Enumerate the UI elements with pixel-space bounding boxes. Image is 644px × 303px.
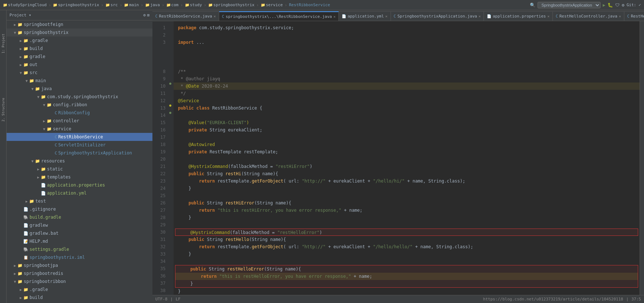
run-config-dropdown[interactable]: SpringboothystrixApplication (538, 2, 601, 8)
tab-label: RestHello (631, 14, 644, 19)
code-line-33: return restTemplate.getForObject( url: "… (174, 243, 640, 250)
breadcrumb-study[interactable]: 📁 study (185, 3, 202, 7)
java-icon: C (155, 14, 158, 18)
breadcrumb-springboothystrix[interactable]: 📁 springboothystrix (53, 3, 99, 7)
sidebar-item-application-yml[interactable]: ▶ 📄 application.yml (7, 189, 152, 197)
item-label: gradle (30, 54, 45, 59)
yml-file-icon: 📄 (41, 191, 46, 196)
sidebar-item-gradlew[interactable]: ▶ 📄 gradlew (7, 221, 152, 229)
item-label: application.properties (47, 183, 105, 188)
sidebar-item-out[interactable]: ▶ 📁 out (7, 61, 152, 69)
sidebar-item-src[interactable]: ▼ 📁 src (7, 69, 152, 77)
close-icon[interactable]: ✕ (333, 15, 335, 19)
iml-icon: 📋 (23, 255, 28, 260)
tab-RestHello[interactable]: C RestHello ✕ (624, 11, 644, 21)
close-icon[interactable]: ✕ (385, 14, 388, 18)
sidebar-item-test[interactable]: ▶ 📁 test (7, 197, 152, 205)
close-icon[interactable]: ✕ (619, 14, 621, 18)
sidebar-item-iml[interactable]: ▶ 📋 springboothystrix.iml (7, 253, 152, 261)
settings-icon[interactable]: ⚙ (622, 3, 624, 8)
sidebar-item-ribbon-build[interactable]: ▶ 📁 build (7, 294, 152, 302)
breadcrumb-studySpringCloud[interactable]: 📁 studySpringCloud (3, 3, 47, 7)
sidebar-item-gitignore[interactable]: ▶ 📄 .gitignore (7, 205, 152, 213)
code-line-blank (174, 46, 640, 68)
bc-label: springboothystrix (213, 3, 255, 7)
sidebar-item-java[interactable]: ▼ 📁 java (7, 85, 152, 93)
tab-SpringboothystrixApplication[interactable]: C SpringboothystrixApplication.java ✕ (391, 11, 484, 21)
git-label: Git: ✓ (626, 3, 641, 7)
code-content[interactable]: package com.study.springboothystrix.serv… (174, 21, 640, 295)
bc-label: main (129, 3, 139, 7)
breadcrumb-main[interactable]: 📁 main (124, 3, 139, 7)
coverage-icon[interactable]: 🛡 (615, 3, 620, 8)
collapse-icon[interactable]: ⊞ (147, 13, 150, 18)
sidebar-item-service[interactable]: ▼ 📁 service (7, 125, 152, 133)
folder-icon: 📁 (23, 287, 28, 292)
tab-RestRibbonService-left[interactable]: C RestRibbonService.java ✕ (152, 11, 219, 21)
project-tab-label[interactable]: 1: Project (1, 34, 5, 53)
sidebar-item-SpringboothystrixApplication[interactable]: ▶ C SpringboothystrixApplication (7, 149, 152, 157)
expand-arrow: ▶ (42, 119, 47, 123)
sidebar-item-springbootribbon[interactable]: ▼ 📁 springbootribbon (7, 277, 152, 285)
tab-RestRibbonService-active[interactable]: C springboothystrix\...\RestRibbonServic… (219, 11, 339, 21)
breadcrumb-com[interactable]: 📁 com (166, 3, 179, 7)
sidebar-item-gradle[interactable]: ▶ 📁 .gradle (7, 37, 152, 45)
sidebar-item-gradlew-bat[interactable]: ▶ 📄 gradlew.bat (7, 229, 152, 237)
close-icon[interactable]: ✕ (214, 14, 216, 18)
folder-icon: 📁 (105, 3, 110, 7)
breadcrumb-service[interactable]: 📁 service (261, 3, 283, 7)
code-line-31: @HystrixCommand(fallbackMethod = "restHe… (175, 229, 638, 236)
sidebar-item-build[interactable]: ▶ 📁 build (7, 45, 152, 53)
sidebar-item-springbootfeign[interactable]: ▶ 📁 springbootfeign (7, 20, 152, 28)
breadcrumb-springboothystrix2[interactable]: 📁 springboothystrix (208, 3, 255, 7)
code-line-26 (174, 192, 640, 199)
sidebar-item-config-ribbon[interactable]: ▼ 📁 config.ribbon (7, 101, 152, 109)
folder-icon: 📁 (23, 54, 28, 59)
close-icon[interactable]: ✕ (478, 14, 481, 18)
sidebar-item-help-md[interactable]: ▶ 📝 HELP.md (7, 237, 152, 245)
sidebar-item-RestRibbonService[interactable]: ▶ C RestRibbonService (7, 133, 152, 141)
breadcrumb-java[interactable]: 📁 java (145, 3, 160, 7)
folder-icon: 📁 (23, 70, 28, 75)
item-label: springbootfeign (24, 22, 63, 27)
folder-icon: 📁 (35, 159, 40, 164)
sidebar-item-static[interactable]: ▶ 📁 static (7, 165, 152, 173)
sidebar-item-resources[interactable]: ▼ 📁 resources (7, 157, 152, 165)
run-icon[interactable]: ▶ (603, 3, 605, 8)
folder-icon: 📁 (18, 22, 23, 27)
sidebar-item-springbootjpa[interactable]: ▶ 📁 springbootjpa (7, 261, 152, 269)
folder-icon: 📁 (23, 295, 28, 300)
top-bar: 📁 studySpringCloud › 📁 springboothystrix… (0, 0, 644, 10)
sidebar-item-RibbonConfig[interactable]: ▶ C RibbonConfig (7, 109, 152, 117)
sidebar-item-ribbon-gradle2[interactable]: ▶ 📁 gradle (7, 302, 152, 303)
structure-tab-label[interactable]: 2. Structure (1, 98, 5, 122)
close-icon[interactable]: ✕ (547, 14, 550, 18)
search-everywhere-icon[interactable]: 🔍 (530, 3, 535, 8)
sidebar-item-gradle2[interactable]: ▶ 📁 gradle (7, 53, 152, 61)
sidebar-item-package[interactable]: ▼ 📁 com.study.springboothystrix (7, 93, 152, 101)
sidebar-item-build-gradle[interactable]: ▶ 🐘 build.gradle (7, 213, 152, 221)
sidebar-item-controller[interactable]: ▶ 📁 controller (7, 117, 152, 125)
sidebar-item-springboothystrix[interactable]: ▼ 📁 springboothystrix (7, 28, 152, 37)
tab-label: application.yml (348, 14, 384, 19)
sidebar-item-templates[interactable]: ▶ 📁 templates (7, 173, 152, 181)
item-label: settings.gradle (30, 247, 69, 252)
tab-application-yml[interactable]: 📄 application.yml ✕ (339, 11, 391, 21)
expand-arrow: ▶ (18, 39, 23, 43)
sidebar-item-ribbon-gradle[interactable]: ▶ 📁 .gradle (7, 285, 152, 294)
sidebar-item-ServletInitializer[interactable]: ▶ C ServletInitializer (7, 141, 152, 149)
folder-icon: 📁 (47, 119, 52, 123)
sidebar-item-application-props[interactable]: ▶ 📄 application.properties (7, 181, 152, 189)
status-bar: UTF-8 | LF https://blog.csdn.net/u012373… (152, 295, 644, 303)
code-editor[interactable]: 1 2 3 8 9 10 11 12 13 14 15 16 17 18 19 … (152, 21, 644, 295)
sidebar-item-springbootredis[interactable]: ▶ 📁 springbootredis (7, 269, 152, 277)
breadcrumb-RestRibbonService[interactable]: RestRibbonService (289, 3, 330, 7)
debug-icon[interactable]: 🐛 (608, 3, 613, 8)
sidebar-item-settings-gradle[interactable]: ▶ 🐘 settings.gradle (7, 245, 152, 253)
sidebar-item-main[interactable]: ▼ 📁 main (7, 77, 152, 85)
tab-RestHelloController[interactable]: C RestHelloController.java ✕ (553, 11, 624, 21)
scroll-indicator[interactable] (640, 21, 644, 295)
tab-application-properties[interactable]: 📄 application.properties ✕ (484, 11, 553, 21)
gear-icon[interactable]: ⚙ (143, 13, 146, 18)
breadcrumb-src[interactable]: 📁 src (105, 3, 118, 7)
